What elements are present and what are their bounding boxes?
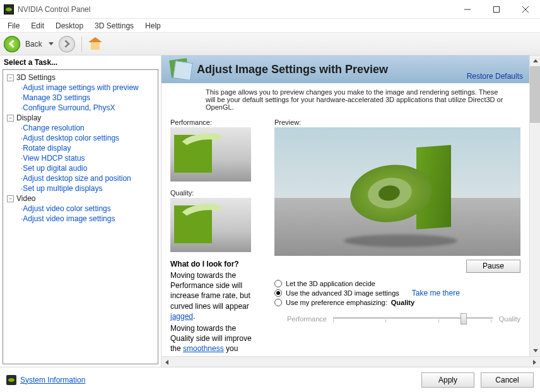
footer: System Information Apply Cancel xyxy=(0,367,540,392)
back-button[interactable] xyxy=(4,36,20,52)
take-me-there-link[interactable]: Take me there xyxy=(412,289,460,297)
tree-item-video-image[interactable]: ·Adjust video image settings xyxy=(3,214,158,224)
maximize-button[interactable] xyxy=(482,0,511,19)
smoothness-link[interactable]: smoothness xyxy=(183,344,224,353)
vertical-scrollbar[interactable] xyxy=(529,55,540,356)
titlebar: NVIDIA Control Panel xyxy=(0,0,540,19)
minimize-button[interactable] xyxy=(453,0,482,19)
system-information-link[interactable]: System Information xyxy=(20,376,85,384)
slider-right-label: Quality xyxy=(499,315,520,323)
menu-file[interactable]: File xyxy=(3,20,25,32)
preference-slider-track[interactable] xyxy=(333,313,493,325)
tree-item-view-hdcp[interactable]: ·View HDCP status xyxy=(3,153,158,163)
task-tree[interactable]: − 3D Settings ·Adjust image settings wit… xyxy=(3,69,158,364)
toolbar-separator xyxy=(81,37,82,52)
tree-item-configure-surround[interactable]: ·Configure Surround, PhysX xyxy=(3,103,158,113)
page-header: Adjust Image Settings with Preview Resto… xyxy=(161,55,529,83)
tree-item-change-resolution[interactable]: ·Change resolution xyxy=(3,123,158,133)
radio-icon[interactable] xyxy=(274,280,282,287)
tree-group-3d-settings[interactable]: − 3D Settings xyxy=(3,72,158,83)
slider-thumb[interactable] xyxy=(461,313,467,325)
what-look-for-body-2: Moving towards the Quality side will imp… xyxy=(170,323,261,354)
slider-left-label: Performance xyxy=(287,315,327,323)
back-label: Back xyxy=(25,40,42,49)
collapse-icon[interactable]: − xyxy=(7,115,14,122)
scroll-left-button[interactable] xyxy=(161,357,172,367)
close-button[interactable] xyxy=(511,0,540,19)
menu-desktop[interactable]: Desktop xyxy=(50,20,88,32)
apply-button[interactable]: Apply xyxy=(421,372,474,388)
scroll-right-button[interactable] xyxy=(529,357,540,367)
tree-item-manage-3d-settings[interactable]: ·Manage 3D settings xyxy=(3,93,158,103)
nvidia-icon xyxy=(6,375,16,385)
scrollbar-thumb[interactable] xyxy=(530,66,540,123)
tree-item-video-color[interactable]: ·Adjust video color settings xyxy=(3,204,158,214)
tree-item-desktop-size[interactable]: ·Adjust desktop size and position xyxy=(3,173,158,183)
tree-item-multiple-displays[interactable]: ·Set up multiple displays xyxy=(3,183,158,193)
preview-3d-viewport xyxy=(274,127,520,256)
tree-item-adjust-image-settings[interactable]: ·Adjust image settings with preview xyxy=(3,83,158,93)
what-look-for-heading: What do I look for? xyxy=(170,260,261,268)
sidebar: Select a Task... − 3D Settings ·Adjust i… xyxy=(0,55,161,367)
quality-label: Quality: xyxy=(170,189,261,197)
quality-thumbnail xyxy=(170,198,251,252)
forward-button[interactable] xyxy=(59,36,75,52)
what-look-for-body: Moving towards the Performance side will… xyxy=(170,270,261,321)
radio-use-my-preference[interactable]: Use my preference emphasizing: Quality xyxy=(274,298,520,307)
radio-use-advanced-settings[interactable]: Use the advanced 3D image settings Take … xyxy=(274,288,520,298)
preference-slider: Performance Quality xyxy=(274,307,520,325)
tree-item-rotate-display[interactable]: ·Rotate display xyxy=(3,143,158,153)
nvidia-icon xyxy=(4,4,14,14)
radio-let-application-decide[interactable]: Let the 3D application decide xyxy=(274,279,520,288)
tree-group-video[interactable]: − Video xyxy=(3,193,158,204)
menu-edit[interactable]: Edit xyxy=(26,20,49,32)
svg-rect-1 xyxy=(494,6,500,12)
scroll-up-button[interactable] xyxy=(530,55,540,66)
page-title: Adjust Image Settings with Preview xyxy=(197,63,388,76)
horizontal-scrollbar[interactable] xyxy=(161,356,540,367)
menu-3d-settings[interactable]: 3D Settings xyxy=(90,20,139,32)
tree-item-digital-audio[interactable]: ·Set up digital audio xyxy=(3,163,158,173)
select-task-label: Select a Task... xyxy=(0,55,161,69)
tree-item-adjust-desktop-color[interactable]: ·Adjust desktop color settings xyxy=(3,133,158,143)
collapse-icon[interactable]: − xyxy=(7,195,14,202)
page-description: This page allows you to preview changes … xyxy=(161,83,529,115)
page-header-icon xyxy=(168,57,193,82)
radio-icon-selected[interactable] xyxy=(274,289,282,297)
pause-button[interactable]: Pause xyxy=(466,260,520,273)
restore-defaults-link[interactable]: Restore Defaults xyxy=(467,72,523,81)
preview-label: Preview: xyxy=(274,118,520,126)
tree-group-display[interactable]: − Display xyxy=(3,113,158,123)
scroll-down-button[interactable] xyxy=(530,345,540,356)
preference-value: Quality xyxy=(391,299,414,306)
home-icon[interactable] xyxy=(88,37,102,51)
back-history-dropdown[interactable] xyxy=(49,42,54,45)
menu-help[interactable]: Help xyxy=(140,20,166,32)
content-area: Adjust Image Settings with Preview Resto… xyxy=(161,55,540,367)
radio-icon[interactable] xyxy=(274,299,282,306)
performance-label: Performance: xyxy=(170,118,261,126)
jagged-link[interactable]: jagged xyxy=(170,312,193,321)
collapse-icon[interactable]: − xyxy=(7,74,14,81)
toolbar: Back xyxy=(0,33,540,55)
performance-thumbnail xyxy=(170,127,251,182)
cancel-button[interactable]: Cancel xyxy=(481,372,534,388)
window-title: NVIDIA Control Panel xyxy=(18,5,90,14)
menubar: File Edit Desktop 3D Settings Help xyxy=(0,19,540,33)
